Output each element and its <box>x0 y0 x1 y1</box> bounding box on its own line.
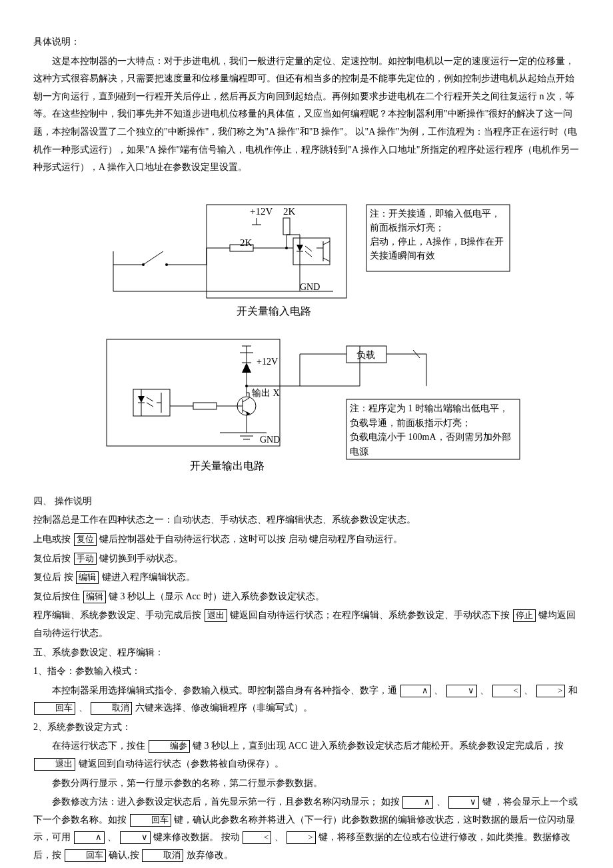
svg-text:负载: 负载 <box>356 350 375 360</box>
key-up: ∧ <box>74 831 105 844</box>
s5-2-p3: 参数修改方法：进入参数设定状态后，首先显示第一行，且参数名称闪动显示； 如按 ∧… <box>33 793 580 864</box>
params-title: 具体参数如下： <box>33 866 580 868</box>
key-up: ∧ <box>402 796 433 809</box>
svg-line-2 <box>143 251 163 265</box>
svg-marker-46 <box>242 363 251 373</box>
svg-text:GND: GND <box>260 435 280 445</box>
key-down: ∨ <box>446 685 477 697</box>
svg-text:开关量输出电路: 开关量输出电路 <box>190 460 265 471</box>
s5-2-p2: 参数分两行显示，第一行显示参数的名称，第二行显示参数数据。 <box>33 775 580 793</box>
key-left: < <box>492 685 521 697</box>
key-edit: 编辑 <box>76 571 99 584</box>
svg-text:开关量输入电路: 开关量输入电路 <box>237 305 311 317</box>
svg-marker-63 <box>138 396 145 403</box>
svg-line-56 <box>243 398 249 402</box>
key-edit: 编辑 <box>83 591 106 603</box>
svg-line-28 <box>323 241 330 245</box>
svg-line-24 <box>305 246 312 251</box>
key-enter: 回车 <box>130 814 171 827</box>
svg-text:GND: GND <box>300 282 320 292</box>
s5-1-body: 本控制器采用选择编辑式指令、参数输入模式。即控制器自身有各种指令、数字，通 ∧ … <box>33 682 580 717</box>
s4-line6: 程序编辑、系统参数设定、手动完成后按 退出 键返回自动待运行状态；在程序编辑、系… <box>33 607 580 642</box>
key-stop: 停止 <box>513 609 536 622</box>
key-editparam: 编参 <box>149 740 190 753</box>
key-reset: 复位 <box>74 533 97 546</box>
s5-2-p1: 在待运行状态下，按住 编参 键 3 秒以上，直到出现 ACC 进入系统参数设定状… <box>33 737 580 773</box>
svg-rect-11 <box>283 218 290 235</box>
svg-rect-6 <box>207 205 346 298</box>
s4-line3: 复位后按 手动 键切换到手动状态。 <box>33 550 580 568</box>
s5-1-title: 1、指令：参数输入模式： <box>33 663 580 681</box>
s4-line2: 上电或按 复位 键后控制器处于自动待运行状态，这时可以按 启动 键启动程序自动运… <box>33 531 580 549</box>
svg-line-25 <box>305 251 312 257</box>
key-left: < <box>243 831 271 844</box>
key-enter: 回车 <box>34 702 75 715</box>
diagram-output-circuit: +12V 输出 X GND 负载 注：程序定为 1 时输出端输出低 <box>33 326 580 479</box>
key-right: > <box>287 831 315 844</box>
s4-line5: 复位后按住 编辑 键 3 秒以上（显示 Acc 时）进入系统参数设定状态。 <box>33 588 580 606</box>
key-right: > <box>536 685 565 697</box>
s5-2-title: 2、系统参数设定方式： <box>33 719 580 737</box>
svg-line-29 <box>323 258 330 261</box>
key-cancel: 取消 <box>142 849 183 862</box>
svg-text:2K: 2K <box>283 206 296 217</box>
svg-text:+12V: +12V <box>257 357 278 367</box>
svg-text:输出 X: 输出 X <box>252 388 280 398</box>
key-manual: 手动 <box>74 553 97 565</box>
key-exit: 退出 <box>205 609 227 622</box>
key-down: ∨ <box>120 831 151 844</box>
svg-rect-71 <box>193 403 217 409</box>
s4-line1: 控制器总是工作在四种状态之一：自动状态、手动状态、程序编辑状态、系统参数设定状态… <box>33 511 580 529</box>
svg-text:2K: 2K <box>240 237 253 248</box>
section5-title: 五、系统参数设定、程序编辑： <box>33 644 580 662</box>
s4-line4: 复位后 按 编辑 键进入程序编辑状态。 <box>33 569 580 587</box>
heading-detail: 具体说明： <box>33 33 580 51</box>
diagram-input-circuit: +12V 2K 2K GND 注：开关接通，即输入低电平，前面板指示灯亮； 启动… <box>33 185 580 318</box>
section4-title: 四、 操作说明 <box>33 493 580 511</box>
svg-line-67 <box>147 403 153 407</box>
intro-paragraph: 这是本控制器的一大特点：对于步进电机，我们一般进行定量的定位、定速控制。如控制电… <box>33 53 580 177</box>
key-enter: 回车 <box>65 849 106 862</box>
svg-marker-21 <box>297 245 303 251</box>
svg-text:+12V: +12V <box>250 206 273 217</box>
key-exit: 退出 <box>34 758 75 771</box>
svg-line-66 <box>147 397 153 401</box>
key-cancel: 取消 <box>91 702 132 715</box>
svg-point-3 <box>142 263 145 266</box>
key-down: ∨ <box>448 796 479 809</box>
key-up: ∧ <box>400 685 431 697</box>
